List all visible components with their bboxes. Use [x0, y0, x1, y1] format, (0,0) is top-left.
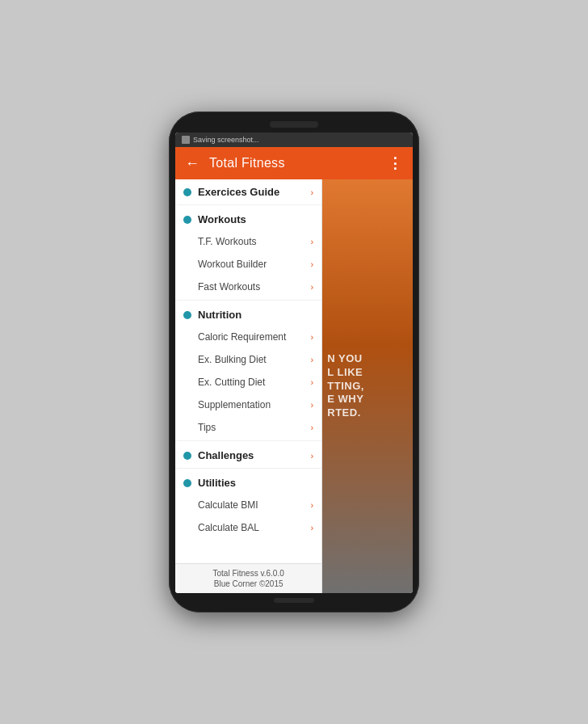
sidebar-item-exercises[interactable]: Exercices Guide › — [175, 179, 321, 203]
motivation-line-5: RTED. — [327, 406, 361, 420]
ex-bulking-diet-label: Ex. Bulking Diet — [198, 354, 267, 365]
screenshot-icon — [182, 136, 190, 144]
sidebar-item-fast-workouts[interactable]: Fast Workouts › — [175, 276, 321, 298]
challenges-chevron-icon: › — [311, 451, 314, 461]
more-button[interactable]: ⋮ — [384, 151, 406, 175]
sidebar-item-challenges[interactable]: Challenges › — [175, 443, 321, 466]
calculate-bal-label: Calculate BAL — [198, 522, 259, 533]
sidebar-item-supplementation[interactable]: Supplementation › — [175, 394, 321, 416]
screen-content: Exercices Guide › Workouts T.F. Workouts… — [175, 179, 413, 593]
bullet-challenges — [183, 452, 191, 460]
sidebar-section-utilities: Utilities — [175, 470, 321, 494]
tf-workouts-chevron-icon: › — [311, 237, 314, 246]
sidebar-item-calculate-bal[interactable]: Calculate BAL › — [175, 516, 321, 539]
status-bar-text: Saving screenshot... — [193, 136, 259, 144]
calculate-bmi-label: Calculate BMI — [198, 499, 258, 511]
ex-cutting-diet-chevron-icon: › — [311, 377, 314, 387]
toolbar: ← Total Fitness ⋮ — [175, 147, 413, 179]
toolbar-title: Total Fitness — [209, 156, 378, 170]
exercises-label: Exercices Guide — [198, 186, 279, 198]
phone-device: Saving screenshot... ← Total Fitness ⋮ E… — [169, 112, 419, 612]
divider-2 — [175, 300, 321, 301]
sidebar-item-ex-cutting-diet[interactable]: Ex. Cutting Diet › — [175, 371, 321, 394]
supplementation-label: Supplementation — [198, 399, 271, 410]
sidebar-item-tips[interactable]: Tips › — [175, 416, 321, 439]
sidebar-section-workouts: Workouts — [175, 207, 321, 230]
sidebar-item-ex-bulking-diet[interactable]: Ex. Bulking Diet › — [175, 348, 321, 371]
tf-workouts-label: T.F. Workouts — [198, 236, 256, 247]
phone-screen: Saving screenshot... ← Total Fitness ⋮ E… — [175, 133, 413, 593]
motivation-line-3: TTING, — [327, 380, 364, 394]
motivation-line-4: E WHY — [327, 393, 363, 406]
workout-builder-chevron-icon: › — [311, 259, 314, 269]
sidebar-item-tf-workouts[interactable]: T.F. Workouts › — [175, 230, 321, 253]
phone-speaker — [270, 121, 318, 128]
divider-3 — [175, 440, 321, 441]
main-content-peek: N YOU L LIKE TTING, E WHY RTED. — [322, 179, 413, 593]
ex-cutting-diet-label: Ex. Cutting Diet — [198, 377, 265, 388]
drawer-footer: Total Fitness v.6.0.0 Blue Corner ©2015 — [175, 563, 321, 593]
sidebar-item-workout-builder[interactable]: Workout Builder › — [175, 253, 321, 276]
status-bar: Saving screenshot... — [175, 133, 413, 147]
back-button[interactable]: ← — [182, 152, 203, 175]
drawer-inner: Exercices Guide › Workouts T.F. Workouts… — [175, 179, 321, 563]
sidebar-item-caloric-requirement[interactable]: Caloric Requirement › — [175, 326, 321, 348]
fast-workouts-chevron-icon: › — [311, 282, 314, 292]
fast-workouts-label: Fast Workouts — [198, 281, 260, 293]
challenges-label: Challenges — [198, 449, 254, 461]
copyright-text: Blue Corner ©2015 — [180, 579, 317, 588]
ex-bulking-diet-chevron-icon: › — [311, 355, 314, 364]
caloric-requirement-chevron-icon: › — [311, 332, 314, 342]
supplementation-chevron-icon: › — [311, 400, 314, 410]
utilities-label: Utilities — [198, 477, 236, 489]
navigation-drawer: Exercices Guide › Workouts T.F. Workouts… — [175, 179, 322, 593]
phone-home-bar — [274, 598, 314, 603]
sidebar-section-nutrition: Nutrition — [175, 302, 321, 326]
workouts-label: Workouts — [198, 213, 246, 225]
workout-builder-label: Workout Builder — [198, 259, 267, 270]
divider-4 — [175, 468, 321, 469]
nutrition-label: Nutrition — [198, 309, 242, 321]
bullet-exercises — [183, 188, 191, 196]
version-text: Total Fitness v.6.0.0 — [180, 569, 317, 578]
calculate-bal-chevron-icon: › — [311, 523, 314, 532]
motivation-line-1: N YOU — [327, 352, 362, 366]
bullet-workouts — [183, 216, 191, 224]
sidebar-item-calculate-bmi[interactable]: Calculate BMI › — [175, 494, 321, 516]
bullet-nutrition — [183, 311, 191, 319]
exercises-chevron-icon: › — [311, 187, 314, 197]
motivation-image: N YOU L LIKE TTING, E WHY RTED. — [322, 179, 413, 593]
tips-label: Tips — [198, 422, 216, 433]
divider-1 — [175, 204, 321, 205]
motivation-line-2: L LIKE — [327, 366, 363, 380]
caloric-requirement-label: Caloric Requirement — [198, 331, 286, 343]
bullet-utilities — [183, 479, 191, 487]
tips-chevron-icon: › — [311, 423, 314, 432]
calculate-bmi-chevron-icon: › — [311, 500, 314, 510]
